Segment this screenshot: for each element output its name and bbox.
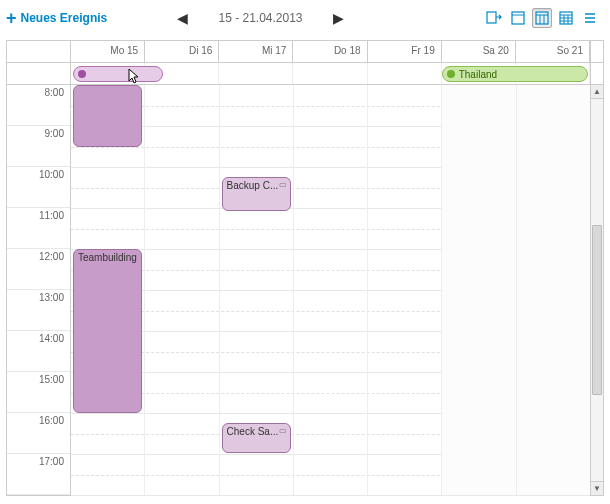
allday-scroll-gap xyxy=(590,63,603,84)
new-event-button[interactable]: + Neues Ereignis xyxy=(0,9,107,27)
event-dot-icon xyxy=(447,70,455,78)
view-goto-icon[interactable] xyxy=(484,8,504,28)
svg-rect-1 xyxy=(512,12,524,24)
calendar-event[interactable] xyxy=(73,85,142,147)
time-label: 16:00 xyxy=(7,413,70,454)
event-dot-icon xyxy=(78,70,86,78)
calendar-event[interactable]: Teambuilding xyxy=(73,249,142,413)
day-column[interactable] xyxy=(517,85,590,495)
day-column[interactable] xyxy=(368,85,442,495)
grid-body: 8:00 9:00 10:00 11:00 12:00 13:00 14:00 … xyxy=(7,85,603,495)
next-week-button[interactable]: ▶ xyxy=(333,10,344,26)
scroll-down-button[interactable]: ▼ xyxy=(591,481,603,495)
date-range-label: 15 - 21.04.2013 xyxy=(218,11,302,25)
scroll-thumb[interactable] xyxy=(592,225,602,395)
plus-icon: + xyxy=(6,9,17,27)
calendar-event[interactable]: Check Sa... ▭ xyxy=(222,423,291,453)
scroll-up-button[interactable]: ▲ xyxy=(591,85,603,99)
svg-rect-3 xyxy=(536,12,548,24)
view-list-icon[interactable] xyxy=(580,8,600,28)
day-column[interactable] xyxy=(145,85,219,495)
day-header[interactable]: Di 16 xyxy=(145,41,219,62)
note-icon: ▭ xyxy=(279,426,287,435)
scroll-head xyxy=(590,41,603,62)
day-column[interactable] xyxy=(294,85,368,495)
time-label: 14:00 xyxy=(7,331,70,372)
time-label: 10:00 xyxy=(7,167,70,208)
time-label: 8:00 xyxy=(7,85,70,126)
prev-week-button[interactable]: ◀ xyxy=(177,10,188,26)
event-title: Thailand xyxy=(459,69,497,80)
time-label: 15:00 xyxy=(7,372,70,413)
time-label: 17:00 xyxy=(7,454,70,495)
day-header[interactable]: Sa 20 xyxy=(442,41,516,62)
time-gutter: 8:00 9:00 10:00 11:00 12:00 13:00 14:00 … xyxy=(7,85,71,495)
toolbar: + Neues Ereignis ◀ 15 - 21.04.2013 ▶ xyxy=(0,0,610,40)
view-week-icon[interactable] xyxy=(532,8,552,28)
day-column[interactable]: Backup C... ▭ Check Sa... ▭ xyxy=(220,85,294,495)
day-header[interactable]: Mo 15 xyxy=(71,41,145,62)
allday-event[interactable]: Thailand xyxy=(442,66,588,82)
day-header[interactable]: So 21 xyxy=(516,41,590,62)
gutter-head xyxy=(7,41,71,62)
allday-cells[interactable]: Thailand xyxy=(71,63,590,84)
event-title: Teambuilding xyxy=(78,252,137,263)
day-header-row: Mo 15 Di 16 Mi 17 Do 18 Fr 19 Sa 20 So 2… xyxy=(7,41,603,63)
event-title: Check Sa... xyxy=(227,426,279,437)
svg-rect-0 xyxy=(487,12,496,23)
view-switcher xyxy=(484,8,600,28)
day-header[interactable]: Do 18 xyxy=(293,41,367,62)
vertical-scrollbar[interactable]: ▲ ▼ xyxy=(590,85,603,495)
view-day-icon[interactable] xyxy=(508,8,528,28)
time-label: 12:00 xyxy=(7,249,70,290)
time-label: 11:00 xyxy=(7,208,70,249)
day-header[interactable]: Fr 19 xyxy=(368,41,442,62)
view-month-icon[interactable] xyxy=(556,8,576,28)
event-title: Backup C... xyxy=(227,180,279,191)
calendar-week-view: Mo 15 Di 16 Mi 17 Do 18 Fr 19 Sa 20 So 2… xyxy=(6,40,604,496)
new-event-label: Neues Ereignis xyxy=(21,11,108,25)
date-nav: ◀ 15 - 21.04.2013 ▶ xyxy=(177,10,343,26)
time-label: 13:00 xyxy=(7,290,70,331)
day-column[interactable]: Teambuilding xyxy=(71,85,145,495)
day-header[interactable]: Mi 17 xyxy=(219,41,293,62)
note-icon: ▭ xyxy=(279,180,287,189)
allday-row: Thailand xyxy=(7,63,603,85)
calendar-event[interactable]: Backup C... ▭ xyxy=(222,177,291,211)
allday-gutter xyxy=(7,63,71,84)
time-label: 9:00 xyxy=(7,126,70,167)
allday-event[interactable] xyxy=(73,66,163,82)
day-column[interactable] xyxy=(442,85,516,495)
grid-columns[interactable]: Teambuilding Backup C... ▭ Check Sa... ▭ xyxy=(71,85,590,495)
